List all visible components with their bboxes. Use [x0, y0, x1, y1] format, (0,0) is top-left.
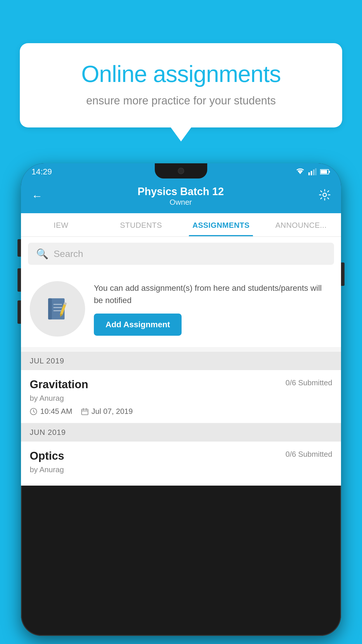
notebook-icon [43, 294, 72, 323]
phone-notch [155, 163, 207, 178]
speech-bubble-title: Online assignments [40, 61, 322, 88]
search-bar-container: 🔍 Search [21, 237, 341, 271]
search-input[interactable]: Search [54, 249, 83, 259]
header-title: Physics Batch 12 [138, 186, 224, 198]
date-value: Jul 07, 2019 [92, 407, 133, 416]
phone-frame: 14:29 [21, 163, 341, 636]
tab-students[interactable]: STUDENTS [101, 213, 181, 236]
search-icon: 🔍 [36, 248, 48, 260]
svg-rect-4 [315, 168, 317, 175]
front-camera [178, 168, 184, 174]
month-header-jun: JUN 2019 [21, 423, 341, 442]
assignment-top-row-optics: Optics 0/6 Submitted [30, 450, 332, 462]
promo-text-section: You can add assignment(s) from here and … [94, 282, 332, 336]
search-bar[interactable]: 🔍 Search [28, 243, 334, 265]
assignment-item-gravitation[interactable]: Gravitation 0/6 Submitted by Anurag 10:4… [21, 370, 341, 423]
wifi-icon [296, 168, 305, 175]
assignment-submitted: 0/6 Submitted [286, 378, 332, 387]
promo-icon-circle [30, 281, 85, 337]
assignment-author: by Anurag [30, 394, 332, 403]
battery-icon [320, 169, 331, 175]
add-assignment-button[interactable]: Add Assignment [94, 314, 182, 336]
tab-iew[interactable]: IEW [21, 213, 101, 236]
signal-icon [308, 168, 317, 175]
header-subtitle: Owner [138, 198, 224, 207]
svg-rect-10 [48, 298, 52, 320]
volume-down-button [17, 268, 21, 292]
back-button[interactable]: ← [31, 190, 43, 202]
optics-title: Optics [30, 450, 64, 462]
settings-icon[interactable] [319, 189, 331, 203]
silent-button [17, 300, 21, 324]
svg-rect-6 [329, 171, 330, 173]
header-center: Physics Batch 12 Owner [138, 186, 224, 207]
assignment-top-row: Gravitation 0/6 Submitted [30, 378, 332, 391]
assignment-item-optics[interactable]: Optics 0/6 Submitted by Anurag [21, 442, 341, 486]
svg-rect-18 [82, 409, 88, 415]
status-time: 14:29 [31, 167, 52, 176]
svg-rect-1 [308, 172, 310, 175]
assignment-date: Jul 07, 2019 [81, 407, 133, 416]
month-header-jul: JUL 2019 [21, 352, 341, 370]
status-icons [296, 168, 331, 175]
app-header: ← Physics Batch 12 Owner [21, 180, 341, 213]
clock-icon [30, 408, 37, 415]
assignment-time: 10:45 AM [30, 407, 72, 416]
volume-up-button [17, 239, 21, 257]
assignment-title: Gravitation [30, 378, 88, 391]
speech-bubble: Online assignments ensure more practice … [20, 43, 342, 127]
promo-section: You can add assignment(s) from here and … [21, 271, 341, 347]
svg-rect-7 [321, 170, 327, 174]
tab-announcements[interactable]: ANNOUNCE... [261, 213, 341, 236]
svg-point-8 [323, 193, 326, 197]
optics-author: by Anurag [30, 465, 332, 474]
power-button [341, 262, 345, 286]
promo-description: You can add assignment(s) from here and … [94, 282, 332, 307]
phone: 14:29 [21, 163, 341, 644]
app-content: 🔍 Search [21, 237, 341, 486]
speech-bubble-container: Online assignments ensure more practice … [20, 43, 342, 127]
speech-bubble-subtitle: ensure more practice for your students [40, 94, 322, 107]
svg-rect-3 [313, 169, 314, 175]
svg-rect-2 [311, 171, 312, 175]
tab-assignments[interactable]: ASSIGNMENTS [181, 213, 261, 236]
calendar-icon [81, 408, 89, 415]
assignment-meta: 10:45 AM Jul 07, 2019 [30, 407, 332, 416]
svg-marker-0 [298, 171, 303, 174]
time-value: 10:45 AM [40, 407, 72, 416]
optics-submitted: 0/6 Submitted [286, 450, 332, 459]
tabs-bar: IEW STUDENTS ASSIGNMENTS ANNOUNCE... [21, 213, 341, 237]
